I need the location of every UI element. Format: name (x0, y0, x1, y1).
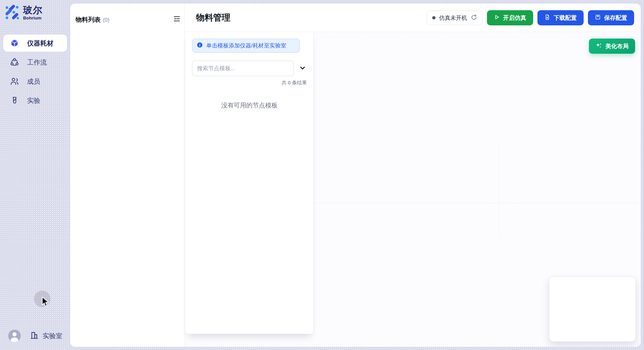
chevron-down-icon[interactable] (298, 64, 307, 73)
avatar[interactable] (8, 330, 21, 342)
sidebar-nav: 仪器耗材 工作流 (0, 35, 70, 111)
bohrium-logo-icon (5, 5, 20, 21)
file-download-icon (544, 14, 550, 22)
sidebar-item-members[interactable]: 成员 (3, 73, 67, 90)
download-config-button[interactable]: 下载配置 (537, 10, 584, 25)
workflow-icon (10, 58, 19, 67)
mouse-cursor (41, 296, 50, 309)
brand-name-zh: 玻尔 (23, 5, 43, 15)
building-icon (30, 331, 39, 341)
collapse-panel-icon[interactable] (173, 15, 181, 23)
users-icon (10, 77, 19, 86)
cube-icon (10, 39, 19, 47)
lab-link[interactable]: 实验室 (30, 331, 62, 341)
sidebar-item-instruments[interactable]: 仪器耗材 (3, 35, 67, 52)
start-simulation-button[interactable]: 开启仿真 (487, 10, 533, 25)
sidebar-item-label: 工作流 (27, 58, 47, 67)
result-count: 共 0 条结果 (192, 80, 307, 86)
template-search-input[interactable] (192, 61, 294, 76)
refresh-icon[interactable] (471, 14, 477, 22)
brand: 玻尔 Bohrium (5, 5, 43, 21)
main-header: 物料管理 仿真未开机 (185, 4, 641, 32)
app-window: 物料列表 (0) 物料管理 仿真未 (70, 4, 641, 347)
status-dot-icon (432, 16, 435, 19)
app-root: 玻尔 Bohrium 仪器耗材 (0, 0, 644, 350)
sparkles-icon (596, 42, 602, 50)
materials-list-panel: 物料列表 (0) (70, 4, 185, 347)
lab-label: 实验室 (43, 332, 62, 340)
sidebar-footer: 实验室 (0, 330, 70, 342)
layout-canvas[interactable]: 单击模板添加仪器/耗材至实验室 共 0 条结果 没有可用的节点模板 (185, 32, 641, 347)
materials-list-title: 物料列表 (76, 15, 101, 24)
canvas-guide-vertical (499, 142, 499, 237)
template-hint: 单击模板添加仪器/耗材至实验室 (192, 39, 300, 53)
materials-list-count: (0) (103, 17, 110, 23)
play-icon (494, 14, 500, 22)
sidebar-item-experiments[interactable]: 实验 (3, 92, 67, 109)
sidebar-item-label: 实验 (27, 96, 40, 105)
main-panel: 物料管理 仿真未开机 (185, 4, 641, 347)
template-hint-text: 单击模板添加仪器/耗材至实验室 (206, 42, 286, 49)
beautify-layout-button[interactable]: 美化布局 (589, 39, 635, 54)
simulation-status-pill: 仿真未开机 (427, 11, 483, 25)
status-label: 仿真未开机 (439, 14, 467, 22)
minimap[interactable] (549, 277, 636, 342)
template-panel: 单击模板添加仪器/耗材至实验室 共 0 条结果 没有可用的节点模板 (185, 32, 314, 334)
test-tube-icon (10, 96, 19, 105)
info-icon (197, 42, 203, 50)
save-config-button[interactable]: 保存配置 (588, 10, 634, 25)
sidebar-item-label: 成员 (27, 77, 40, 86)
page-title: 物料管理 (196, 12, 230, 23)
save-icon (595, 14, 601, 22)
empty-templates-message: 没有可用的节点模板 (192, 101, 307, 110)
brand-name-en: Bohrium (23, 16, 43, 20)
sidebar-item-label: 仪器耗材 (27, 39, 53, 48)
sidebar-item-workflow[interactable]: 工作流 (3, 54, 67, 71)
